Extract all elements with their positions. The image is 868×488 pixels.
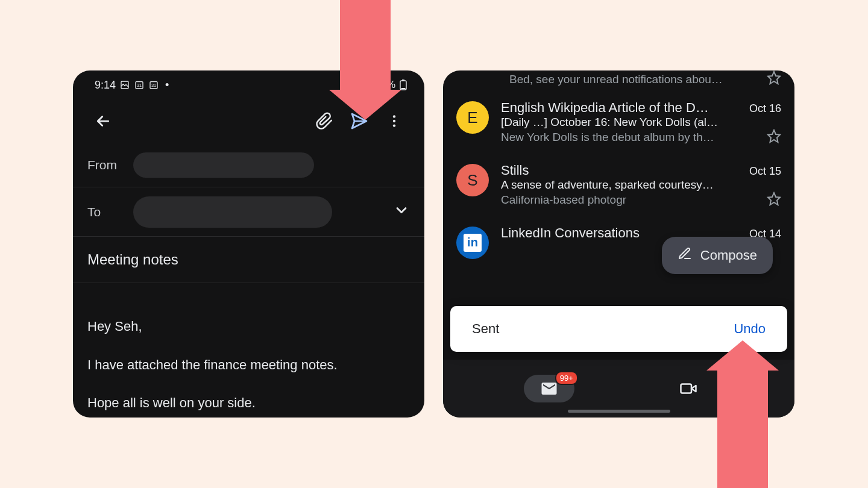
undo-button[interactable]: Undo <box>734 321 766 337</box>
mail-sender: Stills <box>501 163 744 178</box>
mail-preview: Bed, see your unread notifications abou… <box>509 73 767 86</box>
svg-marker-13 <box>768 193 780 205</box>
star-icon[interactable] <box>767 192 781 208</box>
svg-text:31: 31 <box>137 83 142 88</box>
svg-rect-14 <box>681 384 692 393</box>
pencil-icon <box>678 246 692 264</box>
compose-button[interactable]: Compose <box>662 237 773 274</box>
from-field-row: From <box>73 143 424 187</box>
calendar-icon: 31 <box>148 80 159 90</box>
star-icon[interactable] <box>767 70 781 88</box>
to-field-row: To <box>73 187 424 237</box>
unread-badge: 99+ <box>555 371 578 385</box>
mail-item[interactable]: S Stills Oct 15 A sense of adventure, sp… <box>443 154 794 217</box>
avatar-linkedin-icon: in <box>456 227 489 259</box>
status-dot: • <box>163 79 169 92</box>
home-handle[interactable] <box>568 410 670 413</box>
to-label: To <box>87 205 122 219</box>
mail-item-partial[interactable]: Bed, see your unread notifications abou… <box>443 70 794 92</box>
battery-icon <box>398 80 409 90</box>
svg-rect-6 <box>402 80 404 81</box>
mail-date: Oct 16 <box>749 102 781 115</box>
expand-recipients-button[interactable] <box>393 202 410 222</box>
svg-marker-12 <box>768 130 780 142</box>
avatar: E <box>456 101 489 134</box>
nav-mail-button[interactable]: 99+ <box>524 375 574 402</box>
avatar: S <box>456 164 489 196</box>
mail-item[interactable]: E English Wikipedia Article of the D… Oc… <box>443 92 794 154</box>
email-body-text: Hey Seh, I have attached the finance mee… <box>87 319 338 411</box>
callout-arrow-undo <box>717 340 768 488</box>
svg-rect-7 <box>401 88 406 89</box>
svg-text:31: 31 <box>151 83 156 88</box>
back-button[interactable] <box>89 107 118 136</box>
mail-sender: English Wikipedia Article of the D… <box>501 100 744 116</box>
mail-preview: New York Dolls is the debut album by th… <box>501 131 762 144</box>
star-icon[interactable] <box>767 129 781 146</box>
from-label: From <box>87 158 122 172</box>
calendar-icon: 31 <box>134 80 145 90</box>
mail-subject: [Daily …] October 16: New York Dolls (al… <box>501 116 781 129</box>
gallery-icon <box>119 80 130 90</box>
status-time: 9:14 <box>95 79 116 92</box>
mail-preview: California-based photogr <box>501 193 762 207</box>
snackbar-text: Sent <box>472 321 499 337</box>
email-body-field[interactable]: Hey Seh, I have attached the finance mee… <box>73 283 424 418</box>
mail-date: Oct 15 <box>749 165 781 178</box>
svg-point-10 <box>393 124 395 127</box>
from-field[interactable] <box>133 152 314 178</box>
subject-field[interactable]: Meeting notes <box>73 237 424 283</box>
mail-subject: A sense of adventure, sparked courtesy… <box>501 178 781 192</box>
svg-point-9 <box>393 120 395 122</box>
compose-label: Compose <box>700 248 757 263</box>
phone-compose-screen: 9:14 31 31 • 5% <box>73 70 424 418</box>
to-field[interactable] <box>133 196 332 228</box>
callout-arrow-send <box>340 0 391 120</box>
nav-meet-button[interactable] <box>663 375 714 402</box>
subject-text: Meeting notes <box>87 251 178 267</box>
svg-marker-11 <box>768 72 780 84</box>
